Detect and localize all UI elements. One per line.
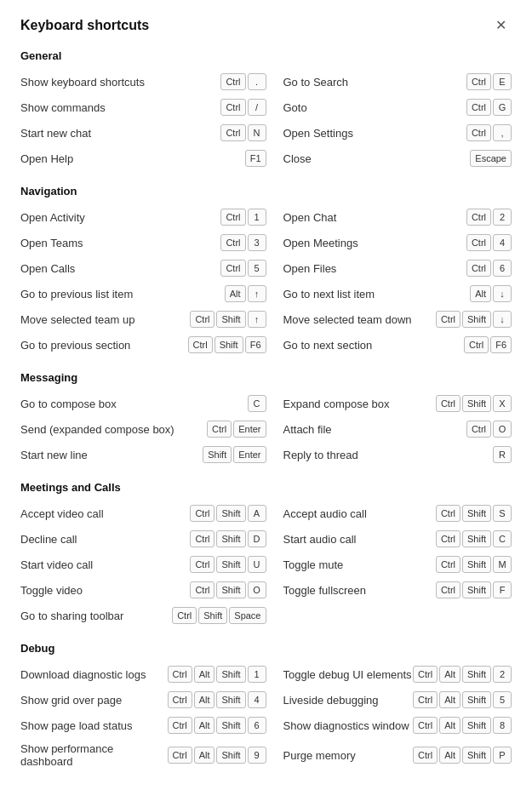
key-badge: Shift xyxy=(216,691,245,708)
shortcut-label: Show commands xyxy=(20,101,220,114)
key-badge: Ctrl xyxy=(436,556,460,573)
shortcut-label: Go to previous section xyxy=(20,339,188,352)
key-badge: Ctrl xyxy=(436,311,460,328)
shortcut-keys: Ctrl4 xyxy=(466,234,512,251)
key-badge: Alt xyxy=(439,747,460,764)
key-badge: O xyxy=(248,581,266,598)
shortcut-label: Liveside debugging xyxy=(283,694,414,707)
key-badge: Ctrl xyxy=(168,666,192,683)
shortcut-keys: Alt↑ xyxy=(225,285,266,302)
key-badge: Shift xyxy=(462,556,491,573)
key-badge: Ctrl xyxy=(466,421,491,438)
shortcuts-grid-meetings: Accept video callCtrlShiftAAccept audio … xyxy=(20,501,512,628)
shortcut-row-left-navigation-2: Open CallsCtrl5 xyxy=(20,255,266,281)
key-badge: 3 xyxy=(248,234,266,251)
shortcut-keys: CtrlO xyxy=(466,421,512,438)
shortcut-row-right-debug-1: Liveside debuggingCtrlAltShift5 xyxy=(266,687,512,713)
shortcut-keys: CtrlG xyxy=(466,99,512,116)
shortcut-keys: Ctrl3 xyxy=(220,234,266,251)
key-badge: , xyxy=(493,124,512,141)
key-badge: Shift xyxy=(203,446,232,463)
shortcut-row-left-general-1: Show commandsCtrl/ xyxy=(20,94,266,120)
shortcuts-grid-general: Show keyboard shortcutsCtrl.Go to Search… xyxy=(20,69,512,171)
key-badge: Shift xyxy=(462,311,491,328)
shortcut-label: Show keyboard shortcuts xyxy=(20,76,220,89)
shortcut-row-left-messaging-0: Go to compose boxC xyxy=(20,391,266,416)
key-badge: Ctrl xyxy=(220,209,245,226)
shortcut-row-left-debug-1: Show grid over pageCtrlAltShift4 xyxy=(20,687,266,713)
key-badge: Ctrl xyxy=(220,260,245,277)
key-badge: M xyxy=(493,556,512,573)
key-badge: Shift xyxy=(216,530,245,547)
shortcut-keys: R xyxy=(493,446,512,463)
key-badge: Shift xyxy=(198,607,227,624)
shortcut-keys: CtrlAltShift9 xyxy=(168,747,266,764)
key-badge: Shift xyxy=(462,530,491,547)
shortcut-label: Decline call xyxy=(20,533,190,546)
shortcut-label: Toggle fullscreen xyxy=(283,584,436,597)
key-badge: C xyxy=(493,530,512,547)
key-badge: Shift xyxy=(462,691,491,708)
section-title-messaging: Messaging xyxy=(20,371,512,384)
section-title-meetings: Meetings and Calls xyxy=(20,481,512,494)
key-badge: C xyxy=(248,395,266,412)
shortcut-label: Show performance dashboard xyxy=(20,742,168,768)
shortcut-keys: CtrlAltShift6 xyxy=(168,717,266,734)
shortcut-keys: CtrlF6 xyxy=(464,336,512,353)
key-badge: Ctrl xyxy=(413,747,438,764)
shortcut-label: Go to next section xyxy=(283,339,465,352)
shortcut-row-right-meetings-1: Start audio callCtrlShiftC xyxy=(266,526,512,552)
key-badge: 2 xyxy=(493,666,512,683)
key-badge: Alt xyxy=(439,666,460,683)
shortcut-label: Start new chat xyxy=(20,127,220,140)
key-badge: Ctrl xyxy=(220,73,245,90)
key-badge: R xyxy=(493,446,512,463)
sections-container: GeneralShow keyboard shortcutsCtrl.Go to… xyxy=(20,49,512,772)
section-title-navigation: Navigation xyxy=(20,185,512,198)
key-badge: Ctrl xyxy=(466,73,491,90)
shortcut-row-right-navigation-0: Open ChatCtrl2 xyxy=(266,204,512,230)
shortcut-label: Open Calls xyxy=(20,262,220,275)
key-badge: O xyxy=(493,421,512,438)
shortcut-label: Purge memory xyxy=(283,749,414,762)
key-badge: 4 xyxy=(493,234,512,251)
key-badge: Enter xyxy=(233,421,266,438)
shortcut-row-left-navigation-3: Go to previous list itemAlt↑ xyxy=(20,281,266,306)
shortcut-keys: CtrlShiftF6 xyxy=(188,336,266,353)
shortcut-keys: Ctrl/ xyxy=(220,99,266,116)
shortcut-row-left-debug-0: Download diagnostic logsCtrlAltShift1 xyxy=(20,661,266,687)
shortcut-label: Open Activity xyxy=(20,211,220,224)
shortcut-keys: Ctrl6 xyxy=(466,260,512,277)
shortcut-keys: C xyxy=(248,395,266,412)
shortcut-keys: CtrlShiftX xyxy=(436,395,512,412)
shortcut-label: Open Files xyxy=(283,262,466,275)
shortcut-keys: CtrlShift↑ xyxy=(190,311,266,328)
shortcut-label: Toggle mute xyxy=(283,558,436,571)
key-badge: Ctrl xyxy=(220,234,245,251)
key-badge: Ctrl xyxy=(466,260,491,277)
key-badge: A xyxy=(248,505,266,522)
shortcut-row-left-messaging-1: Send (expanded compose box)CtrlEnter xyxy=(20,416,266,442)
key-badge: . xyxy=(248,73,266,90)
shortcut-label: Open Help xyxy=(20,152,245,165)
key-badge: Shift xyxy=(462,395,491,412)
shortcut-label: Start video call xyxy=(20,558,190,571)
key-badge: Alt xyxy=(439,691,460,708)
shortcut-label: Accept audio call xyxy=(283,507,436,520)
shortcut-keys: CtrlE xyxy=(466,73,512,90)
key-badge: Ctrl xyxy=(436,395,460,412)
key-badge: Ctrl xyxy=(190,530,215,547)
key-badge: Ctrl xyxy=(413,666,438,683)
shortcut-keys: CtrlN xyxy=(220,124,266,141)
modal-title: Keyboard shortcuts xyxy=(20,18,149,33)
key-badge: U xyxy=(248,556,266,573)
key-badge: Ctrl xyxy=(464,336,489,353)
close-button[interactable]: ✕ xyxy=(490,17,512,34)
key-badge: Ctrl xyxy=(220,99,245,116)
shortcut-label: Accept video call xyxy=(20,507,190,520)
shortcut-label: Show grid over page xyxy=(20,694,168,707)
modal-header: Keyboard shortcuts ✕ xyxy=(20,17,512,34)
shortcut-label: Go to next list item xyxy=(283,288,471,301)
key-badge: Shift xyxy=(462,747,491,764)
key-badge: Shift xyxy=(216,581,245,598)
